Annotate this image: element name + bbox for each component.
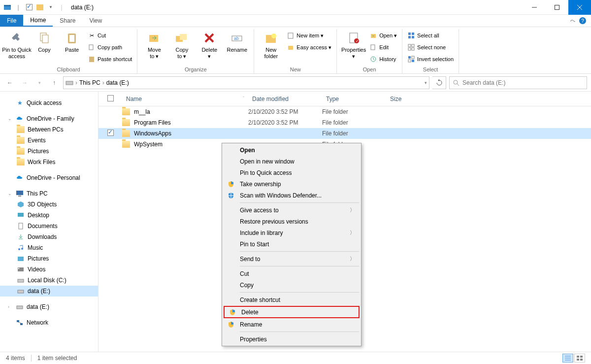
address-bar[interactable]: › This PC › data (E:) ▾ — [63, 76, 429, 89]
paste-shortcut-button[interactable]: Paste shortcut — [86, 54, 134, 65]
tree-videos[interactable]: Videos — [0, 264, 98, 275]
tree-desktop[interactable]: Desktop — [0, 210, 98, 221]
ctx-delete[interactable]: Delete — [225, 307, 359, 317]
tree-downloads[interactable]: Downloads — [0, 232, 98, 242]
tree-network[interactable]: Network — [0, 317, 98, 328]
tree-this-pc[interactable]: ⌄This PC — [0, 188, 98, 199]
move-to-button[interactable]: Move to ▾ — [140, 29, 168, 59]
copy-path-button[interactable]: Copy path — [86, 42, 134, 53]
tree-pictures[interactable]: Pictures — [0, 146, 98, 157]
file-menu[interactable]: File — [0, 15, 23, 27]
ctx-windows-defender[interactable]: Scan with Windows Defender... — [223, 190, 360, 201]
up-button[interactable]: ↑ — [48, 77, 60, 89]
ctx-create-shortcut[interactable]: Create shortcut — [223, 294, 360, 305]
refresh-button[interactable] — [432, 76, 446, 89]
tree-local-disk-c[interactable]: Local Disk (C:) — [0, 275, 98, 286]
tree-pictures2[interactable]: Pictures — [0, 253, 98, 264]
collapse-ribbon-icon[interactable]: へ — [570, 17, 575, 24]
paste-button[interactable]: Paste — [58, 29, 86, 53]
help-icon[interactable]: ? — [579, 17, 586, 24]
tree-onedrive-family[interactable]: ⌄OneDrive - Family — [0, 113, 98, 124]
svg-rect-11 — [89, 57, 94, 62]
pin-to-quick-access-button[interactable]: Pin to Quick access — [3, 29, 31, 59]
tab-share[interactable]: Share — [53, 15, 82, 27]
easy-access-button[interactable]: Easy access ▾ — [285, 42, 333, 53]
file-row[interactable]: Program Files 2/10/2020 3:52 PM File fol… — [98, 117, 591, 128]
navigation-pane[interactable]: ★Quick access ⌄OneDrive - Family Between… — [0, 92, 98, 352]
tree-label: Events — [28, 137, 46, 144]
ctx-restore-versions[interactable]: Restore previous versions — [223, 216, 360, 227]
tree-music[interactable]: Music — [0, 242, 98, 253]
recent-locations-button[interactable]: ▾ — [33, 77, 45, 89]
qat-properties-icon[interactable] — [25, 3, 33, 12]
tree-work-files[interactable]: Work Files — [0, 157, 98, 167]
ctx-give-access[interactable]: Give access to〉 — [223, 204, 360, 216]
back-button[interactable]: ← — [4, 77, 16, 89]
ctx-pin-start[interactable]: Pin to Start — [223, 238, 360, 250]
tree-onedrive-personal[interactable]: OneDrive - Personal — [0, 172, 98, 183]
ctx-properties[interactable]: Properties — [223, 333, 360, 345]
svg-rect-29 — [408, 33, 411, 35]
delete-button[interactable]: Delete ▾ — [196, 29, 223, 59]
tree-documents[interactable]: Documents — [0, 221, 98, 232]
tree-3d-objects[interactable]: 3D Objects — [0, 199, 98, 210]
tab-view[interactable]: View — [82, 15, 109, 27]
column-type[interactable]: Type — [322, 96, 386, 102]
ctx-cut[interactable]: Cut — [223, 268, 360, 279]
forward-button[interactable]: → — [19, 77, 31, 89]
star-icon: ★ — [16, 99, 24, 107]
tree-quick-access[interactable]: ★Quick access — [0, 98, 98, 108]
column-date[interactable]: Date modified — [248, 96, 322, 102]
breadcrumb-location[interactable]: data (E:) — [106, 79, 129, 86]
tree-label: This PC — [27, 190, 48, 197]
column-name[interactable]: Nameˆ — [122, 96, 248, 102]
new-item-icon — [287, 32, 295, 39]
svg-rect-33 — [408, 44, 411, 47]
address-dropdown-icon[interactable]: ▾ — [425, 80, 427, 85]
edit-button[interactable]: Edit — [367, 42, 399, 53]
invert-selection-button[interactable]: Invert selection — [405, 54, 456, 65]
copy-button[interactable]: Copy — [31, 29, 58, 53]
properties-button[interactable]: ✓Properties ▾ — [340, 29, 367, 59]
tree-events[interactable]: Events — [0, 135, 98, 146]
ctx-take-ownership[interactable]: Take ownership — [223, 178, 360, 190]
cut-button[interactable]: ✂Cut — [86, 30, 134, 41]
ctx-open-new-window[interactable]: Open in new window — [223, 156, 360, 167]
tree-data-e[interactable]: data (E:) — [0, 286, 98, 297]
search-box[interactable]: Search data (E:) — [449, 76, 587, 89]
large-icons-view-button[interactable] — [574, 354, 585, 363]
new-item-button[interactable]: New item ▾ — [285, 30, 333, 41]
tree-data-e-2[interactable]: ›data (E:) — [0, 301, 98, 312]
rename-button[interactable]: abRename — [223, 29, 251, 53]
select-all-checkbox[interactable] — [107, 95, 114, 101]
new-folder-button[interactable]: New folder — [257, 29, 285, 59]
edit-label: Edit — [379, 44, 389, 50]
select-all-button[interactable]: Select all — [405, 30, 456, 41]
tree-label: Desktop — [28, 212, 49, 219]
ctx-open[interactable]: Open — [223, 144, 360, 156]
file-type: File folder — [322, 130, 386, 137]
open-button[interactable]: Open ▾ — [367, 30, 399, 41]
ctx-include-library[interactable]: Include in library〉 — [223, 227, 360, 238]
details-view-button[interactable] — [562, 354, 573, 363]
file-row-selected[interactable]: WindowsApps File folder — [98, 128, 591, 139]
tree-between-pcs[interactable]: Between PCs — [0, 124, 98, 135]
column-size[interactable]: Size — [386, 96, 426, 102]
svg-point-20 — [271, 33, 276, 38]
ctx-rename[interactable]: Rename — [223, 319, 360, 330]
close-button[interactable] — [568, 0, 591, 15]
minimize-button[interactable] — [523, 0, 546, 15]
ctx-copy[interactable]: Copy — [223, 279, 360, 291]
copy-to-button[interactable]: Copy to ▾ — [168, 29, 196, 59]
maximize-button[interactable] — [546, 0, 568, 15]
history-button[interactable]: History — [367, 54, 399, 65]
breadcrumb-thispc[interactable]: This PC — [79, 79, 100, 86]
ctx-send-to[interactable]: Send to〉 — [223, 253, 360, 265]
file-row[interactable]: m__la 2/10/2020 3:52 PM File folder — [98, 106, 591, 117]
row-checkbox[interactable] — [107, 130, 114, 136]
qat-dropdown-icon[interactable]: ▼ — [46, 3, 55, 12]
select-none-button[interactable]: Select none — [405, 42, 456, 53]
tab-home[interactable]: Home — [23, 15, 53, 27]
qat-newfolder-icon[interactable] — [35, 3, 44, 12]
ctx-pin-quick-access[interactable]: Pin to Quick access — [223, 167, 360, 178]
